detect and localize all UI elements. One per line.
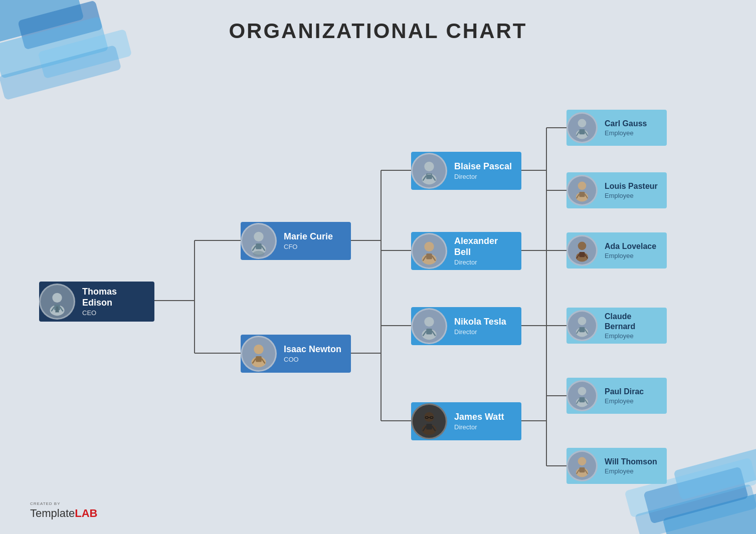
- svg-rect-46: [256, 356, 262, 362]
- ceo-avatar: [39, 284, 75, 320]
- dir1-name: Blaise Pascal: [454, 161, 514, 172]
- emp5-node: Paul Dirac Employee: [566, 378, 667, 414]
- emp4-avatar: [566, 310, 598, 341]
- dir4-name: James Watt: [454, 412, 514, 423]
- emp1-node: Carl Gauss Employee: [566, 110, 667, 146]
- svg-point-43: [253, 250, 264, 256]
- svg-rect-95: [579, 397, 585, 402]
- svg-rect-90: [579, 327, 585, 332]
- svg-point-78: [578, 182, 587, 190]
- emp3-avatar: [566, 235, 598, 266]
- emp1-card-body: Carl Gauss Employee: [598, 115, 667, 141]
- svg-point-32: [52, 293, 62, 303]
- svg-point-88: [578, 317, 587, 326]
- emp4-node: Claude Bernard Employee: [566, 308, 667, 344]
- emp6-name: Will Thomson: [605, 457, 660, 466]
- coo-node: Isaac Newton COO: [241, 335, 351, 373]
- ceo-card-body: Thomas Edison CEO: [75, 283, 154, 321]
- svg-rect-67: [426, 424, 432, 430]
- dir1-role: Director: [454, 173, 514, 180]
- svg-point-55: [424, 242, 434, 251]
- emp2-card-body: Louis Pasteur Employee: [598, 177, 667, 203]
- emp6-role: Employee: [605, 467, 660, 475]
- svg-rect-100: [579, 467, 585, 472]
- dir2-card-body: Alexander Bell Director: [447, 232, 521, 270]
- emp6-card-body: Will Thomson Employee: [598, 453, 667, 479]
- emp2-role: Employee: [605, 192, 660, 199]
- coo-avatar: [241, 336, 277, 372]
- svg-point-93: [578, 387, 587, 396]
- dir3-node: Nikola Tesla Director: [411, 307, 521, 345]
- dir1-node: Blaise Pascal Director: [411, 152, 521, 190]
- svg-point-98: [578, 457, 587, 466]
- dir4-node: James Watt Director: [411, 402, 521, 440]
- cfo-node: Marie Curie CFO: [241, 222, 351, 260]
- svg-point-73: [578, 119, 587, 128]
- dir2-node: Alexander Bell Director: [411, 232, 521, 270]
- cfo-avatar: [241, 223, 277, 259]
- page-title: ORGANIZATIONAL CHART: [0, 19, 756, 43]
- dir4-avatar: [411, 403, 447, 439]
- emp6-node: Will Thomson Employee: [566, 448, 667, 484]
- branding-created-by: CREATED BY: [30, 501, 98, 506]
- coo-role: COO: [284, 356, 344, 363]
- dir3-name: Nikola Tesla: [454, 317, 514, 328]
- branding-logo: TemplateLAB: [30, 507, 98, 520]
- svg-rect-62: [426, 329, 432, 335]
- emp2-node: Louis Pasteur Employee: [566, 172, 667, 208]
- svg-point-44: [254, 345, 263, 354]
- dir2-name: Alexander Bell: [454, 236, 514, 257]
- cfo-card-body: Marie Curie CFO: [277, 227, 351, 255]
- dir1-avatar: [411, 153, 447, 189]
- emp5-name: Paul Dirac: [605, 387, 660, 396]
- branding-lab-text: LAB: [75, 507, 97, 519]
- emp3-node: Ada Lovelace Employee: [566, 232, 667, 269]
- cfo-role: CFO: [284, 243, 344, 250]
- svg-point-49: [424, 162, 434, 171]
- emp4-name: Claude Bernard: [605, 312, 660, 331]
- emp1-avatar: [566, 112, 598, 143]
- emp1-role: Employee: [605, 129, 660, 137]
- emp4-card-body: Claude Bernard Employee: [598, 308, 667, 343]
- dir3-avatar: [411, 308, 447, 344]
- emp6-avatar: [566, 450, 598, 481]
- dir4-role: Director: [454, 423, 514, 431]
- coo-name: Isaac Newton: [284, 344, 344, 355]
- dir2-role: Director: [454, 258, 514, 266]
- dir3-card-body: Nikola Tesla Director: [447, 313, 521, 340]
- branding-template-text: Template: [30, 507, 75, 519]
- dir2-avatar: [411, 233, 447, 269]
- emp3-role: Employee: [605, 252, 660, 259]
- emp1-name: Carl Gauss: [605, 119, 660, 128]
- emp3-name: Ada Lovelace: [605, 241, 660, 251]
- emp5-avatar: [566, 380, 598, 411]
- svg-rect-40: [256, 243, 262, 249]
- ceo-node: Thomas Edison CEO: [39, 282, 154, 322]
- branding-block: CREATED BY TemplateLAB: [30, 501, 98, 520]
- emp5-role: Employee: [605, 397, 660, 405]
- svg-point-38: [254, 232, 263, 241]
- svg-rect-85: [579, 252, 585, 257]
- cfo-name: Marie Curie: [284, 231, 344, 242]
- dir1-card-body: Blaise Pascal Director: [447, 157, 521, 185]
- svg-rect-57: [426, 253, 432, 259]
- dir3-role: Director: [454, 328, 514, 336]
- svg-point-60: [424, 317, 434, 327]
- emp3-card-body: Ada Lovelace Employee: [598, 237, 667, 263]
- ceo-name: Thomas Edison: [82, 287, 147, 308]
- svg-rect-75: [579, 129, 585, 134]
- svg-point-83: [578, 242, 587, 250]
- emp2-name: Louis Pasteur: [605, 181, 660, 191]
- dir4-card-body: James Watt Director: [447, 408, 521, 435]
- branding: CREATED BY TemplateLAB: [30, 501, 98, 520]
- ceo-role: CEO: [82, 309, 147, 317]
- coo-card-body: Isaac Newton COO: [277, 340, 351, 368]
- svg-rect-54: [427, 174, 431, 175]
- emp5-card-body: Paul Dirac Employee: [598, 383, 667, 409]
- emp2-avatar: [566, 175, 598, 206]
- svg-rect-80: [579, 192, 585, 197]
- emp4-role: Employee: [605, 332, 660, 340]
